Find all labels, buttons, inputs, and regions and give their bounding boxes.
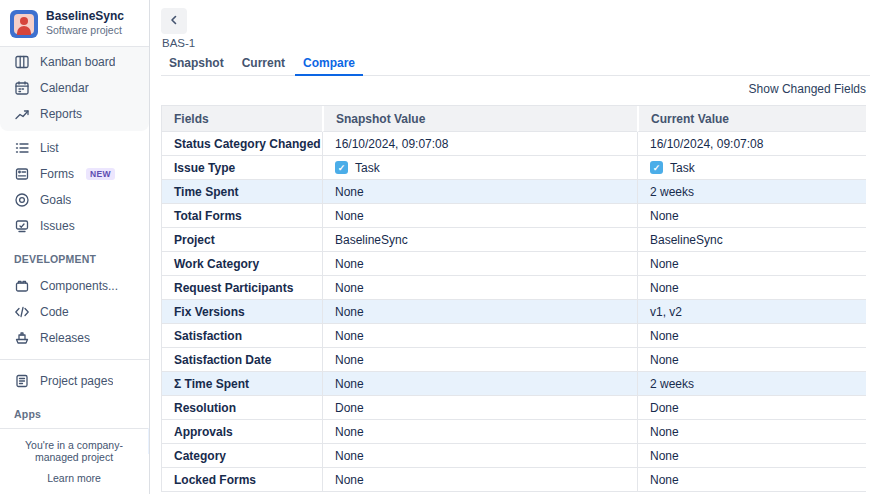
sidebar-item-forms[interactable]: FormsNEW <box>0 161 149 187</box>
new-badge: NEW <box>86 168 115 180</box>
cell-value: Time Spent <box>174 185 238 199</box>
cell-value: Approvals <box>174 425 233 439</box>
sidebar-item-label: Project pages <box>40 374 113 388</box>
sidebar-item-label: Kanban board <box>40 55 115 69</box>
cell-value: None <box>650 473 679 487</box>
pages-items-group: Project pages <box>0 364 149 398</box>
snapshot-value-cell: None <box>322 468 637 492</box>
table-row-issue-type: Issue Type✓Task✓Task <box>162 156 866 180</box>
table-row-satisfaction: SatisfactionNoneNone <box>162 324 866 348</box>
tab-current[interactable]: Current <box>234 53 293 76</box>
calendar-icon <box>14 80 30 96</box>
snapshot-value-cell: None <box>322 252 637 276</box>
sidebar-item-label: Releases <box>40 331 90 345</box>
tab-snapshot[interactable]: Snapshot <box>161 53 232 76</box>
current-value-cell: v1, v2 <box>637 300 866 324</box>
sidebar-item-components[interactable]: Components... <box>0 273 149 299</box>
table-row-time-spent: Time SpentNone2 weeks <box>162 180 866 204</box>
field-name-cell: Fix Versions <box>162 300 322 324</box>
cell-value: Total Forms <box>174 209 242 223</box>
field-name-cell: Issue Type <box>162 156 322 180</box>
snapshot-value-cell: None <box>322 372 637 396</box>
current-value-cell: None <box>637 324 866 348</box>
sidebar-item-goals[interactable]: Goals <box>0 187 149 213</box>
cell-value: 16/10/2024, 09:07:08 <box>335 137 448 151</box>
field-name-cell: Approvals <box>162 420 322 444</box>
sidebar-item-issues[interactable]: Issues <box>0 213 149 239</box>
cell-value: v1, v2 <box>650 305 682 319</box>
components-icon <box>14 278 30 294</box>
table-header-row: Fields Snapshot Value Current Value <box>162 106 866 132</box>
managed-project-note: You're in a company-managed project <box>6 439 142 463</box>
issue-key: BAS-1 <box>162 37 195 49</box>
snapshot-value-cell: None <box>322 204 637 228</box>
current-value-cell: 16/10/2024, 09:07:08 <box>637 132 866 156</box>
cell-value: Request Participants <box>174 281 293 295</box>
table-row-time-spent: Σ Time SpentNone2 weeks <box>162 372 866 396</box>
avatar-logo-icon <box>10 10 38 38</box>
cell-value: Fix Versions <box>174 305 245 319</box>
field-name-cell: Locked Forms <box>162 468 322 492</box>
cell-value: None <box>335 449 364 463</box>
development-section-header: DEVELOPMENT <box>0 243 149 269</box>
sidebar-item-label: Code <box>40 305 69 319</box>
tab-bar: SnapshotCurrentCompare <box>161 53 870 76</box>
sidebar-item-code[interactable]: Code <box>0 299 149 325</box>
apps-section-header: Apps <box>0 398 149 424</box>
cell-value: Status Category Changed <box>174 137 321 151</box>
snapshot-value-cell: None <box>322 180 637 204</box>
current-value-cell: 2 weeks <box>637 180 866 204</box>
cell-value: None <box>650 329 679 343</box>
sidebar-item-calendar[interactable]: Calendar <box>0 75 149 101</box>
cell-value: None <box>335 305 364 319</box>
cell-value: Task <box>670 161 695 175</box>
sidebar-item-label: Reports <box>40 107 82 121</box>
cell-value: Satisfaction <box>174 329 242 343</box>
cell-value: Done <box>650 401 679 415</box>
kanban-icon <box>14 54 30 70</box>
current-value-cell: ✓Task <box>637 156 866 180</box>
tab-compare[interactable]: Compare <box>295 53 363 76</box>
current-value-cell: None <box>637 420 866 444</box>
code-icon <box>14 304 30 320</box>
table-row-work-category: Work CategoryNoneNone <box>162 252 866 276</box>
main-content: BAS-1 SnapshotCurrentCompare Show Change… <box>151 0 870 494</box>
learn-more-link[interactable]: Learn more <box>6 472 142 484</box>
snapshot-value-cell: None <box>322 300 637 324</box>
cell-value: None <box>335 257 364 271</box>
table-row-approvals: ApprovalsNoneNone <box>162 420 866 444</box>
cell-value: None <box>650 449 679 463</box>
table-row-total-forms: Total FormsNoneNone <box>162 204 866 228</box>
sidebar-item-label: List <box>40 141 59 155</box>
releases-icon <box>14 330 30 346</box>
sidebar-item-project-pages[interactable]: Project pages <box>0 368 149 394</box>
current-value-cell: None <box>637 204 866 228</box>
document-icon <box>14 373 30 389</box>
cell-value: None <box>650 257 679 271</box>
table-row-locked-forms: Locked FormsNoneNone <box>162 468 866 492</box>
cell-value: None <box>650 209 679 223</box>
field-name-cell: Time Spent <box>162 180 322 204</box>
list-icon <box>14 140 30 156</box>
current-value-cell: None <box>637 252 866 276</box>
field-name-cell: Resolution <box>162 396 322 420</box>
table-row-status-category-changed: Status Category Changed16/10/2024, 09:07… <box>162 132 866 156</box>
field-name-cell: Total Forms <box>162 204 322 228</box>
cell-value: 16/10/2024, 09:07:08 <box>650 137 763 151</box>
sidebar-item-list[interactable]: List <box>0 135 149 161</box>
sidebar-item-label: Components... <box>40 279 118 293</box>
back-button[interactable] <box>161 8 187 34</box>
sidebar-item-kanban-board[interactable]: Kanban board <box>0 49 149 75</box>
goals-icon <box>14 192 30 208</box>
sidebar-item-label: Forms <box>40 167 74 181</box>
field-name-cell: Category <box>162 444 322 468</box>
snapshot-value-cell: Done <box>322 396 637 420</box>
sidebar-item-releases[interactable]: Releases <box>0 325 149 351</box>
cell-value: None <box>335 425 364 439</box>
snapshot-value-cell: 16/10/2024, 09:07:08 <box>322 132 637 156</box>
sidebar-item-reports[interactable]: Reports <box>0 101 149 127</box>
show-changed-fields-button[interactable]: Show Changed Fields <box>749 82 866 96</box>
cell-value: BaselineSync <box>335 233 408 247</box>
cell-value: BaselineSync <box>650 233 723 247</box>
table-row-fix-versions: Fix VersionsNonev1, v2 <box>162 300 866 324</box>
